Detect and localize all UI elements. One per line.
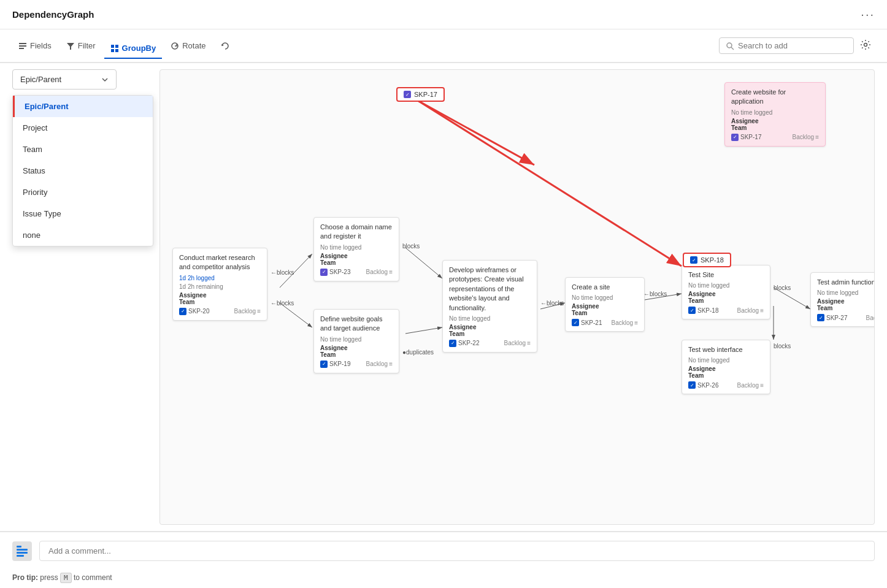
dropdown-item-team[interactable]: Team <box>13 139 153 160</box>
skp23-badge-icon: ✓ <box>320 269 328 276</box>
skp17-pink-team: Team <box>731 124 819 131</box>
svg-line-18 <box>405 248 442 278</box>
skp18-card[interactable]: Test Site No time logged Assignee Team ✓… <box>682 265 770 319</box>
graph-area: Epic/Parent Epic/Parent Project Team Sta… <box>0 63 887 532</box>
comment-input[interactable] <box>39 541 875 561</box>
skp18-time: No time logged <box>688 282 764 289</box>
skp21-assignee: Assignee <box>572 303 638 310</box>
dropdown-item-epic-parent[interactable]: Epic/Parent <box>13 96 153 117</box>
skp26-team: Team <box>688 372 764 379</box>
conn-label-blocks7: blocks <box>774 343 791 349</box>
skp22-assignee: Assignee <box>449 324 531 330</box>
pro-tip-label: Pro tip: <box>12 573 38 582</box>
dropdown-item-priority[interactable]: Priority <box>13 181 153 203</box>
skp21-footer: ✓ SKP-21 Backlog ≡ <box>572 319 638 326</box>
skp27-badge-icon: ✓ <box>817 314 824 321</box>
skp23-card[interactable]: Choose a domain name and register it No … <box>313 217 399 281</box>
conn-label-blocks3: blocks <box>402 243 420 250</box>
skp27-status: Backlog ≡ <box>866 315 875 321</box>
filter-button[interactable]: Filter <box>60 37 102 54</box>
graph-border: ✓ SKP-17 ✓ SKP-18 Conduct market researc… <box>159 69 875 525</box>
skp20-badge-icon: ✓ <box>179 308 186 315</box>
groupby-dropdown-menu: Epic/Parent Project Team Status Priority… <box>12 95 153 246</box>
groupby-select[interactable]: Epic/Parent <box>12 69 117 90</box>
rotate-icon <box>171 42 179 50</box>
search-box[interactable] <box>719 37 854 54</box>
skp19-team: Team <box>320 351 393 358</box>
skp27-card[interactable]: Test admin functionality No time logged … <box>810 272 875 327</box>
skp17-pink-badge-icon: ✓ <box>731 134 739 141</box>
skp17-pink-time: No time logged <box>731 109 819 116</box>
skp26-status: Backlog ≡ <box>737 382 764 389</box>
pro-tip-key: M <box>60 573 72 583</box>
chevron-down-icon <box>101 76 109 83</box>
fields-button[interactable]: Fields <box>12 37 58 54</box>
search-input[interactable] <box>738 41 836 50</box>
skp18-footer: ✓ SKP-18 Backlog ≡ <box>688 307 764 314</box>
svg-line-10 <box>731 47 734 50</box>
refresh-icon <box>221 42 229 50</box>
svg-rect-5 <box>115 45 118 48</box>
skp18-assignee: Assignee <box>688 291 764 297</box>
skp20-card[interactable]: Conduct market research and competitor a… <box>172 248 267 321</box>
skp20-status: Backlog ≡ <box>234 308 261 315</box>
svg-rect-2 <box>19 48 24 49</box>
dropdown-item-status[interactable]: Status <box>13 160 153 181</box>
conn-label-blocks1: ←blocks <box>271 269 294 276</box>
skp18-pill-card[interactable]: ✓ SKP-18 <box>683 253 731 267</box>
more-menu-button[interactable]: ··· <box>861 7 875 21</box>
skp21-card[interactable]: Create a site No time logged Assignee Te… <box>565 277 645 332</box>
skp18-pill-label: SKP-18 <box>701 256 724 264</box>
svg-rect-6 <box>111 49 114 52</box>
skp17-pink-badge: ✓ SKP-17 <box>731 134 761 141</box>
skp18-title: Test Site <box>688 270 764 280</box>
filter-icon <box>66 42 75 50</box>
skp21-time: No time logged <box>572 294 638 301</box>
skp19-card[interactable]: Define website goals and target audience… <box>313 309 399 373</box>
skp17-pill-card[interactable]: ✓ SKP-17 <box>396 87 445 102</box>
pro-tip-text2: to comment <box>74 573 112 582</box>
skp20-title: Conduct market research and competitor a… <box>179 253 261 272</box>
dropdown-item-none[interactable]: none <box>13 224 153 246</box>
skp22-badge: ✓ SKP-22 <box>449 340 479 347</box>
skp22-badge-icon: ✓ <box>449 340 456 347</box>
skp19-status: Backlog ≡ <box>366 361 393 367</box>
skp23-team: Team <box>320 259 393 266</box>
refresh-button[interactable] <box>215 38 236 54</box>
svg-rect-27 <box>17 555 24 557</box>
skp26-card[interactable]: Test web interface No time logged Assign… <box>682 340 770 394</box>
svg-line-19 <box>405 327 442 334</box>
pro-tip-text1: press <box>40 573 60 582</box>
skp17-pink-assignee: Assignee <box>731 118 819 124</box>
rotate-button[interactable]: Rotate <box>164 37 212 54</box>
skp19-assignee: Assignee <box>320 345 393 351</box>
skp17-pink-status: Backlog ≡ <box>793 134 819 140</box>
app-container: DependencyGraph ··· Fields Filter GroupB… <box>0 0 887 588</box>
dropdown-item-issue-type[interactable]: Issue Type <box>13 203 153 224</box>
svg-line-14 <box>418 101 534 165</box>
skp21-title: Create a site <box>572 283 638 292</box>
skp23-time: No time logged <box>320 244 393 251</box>
skp22-title: Develop wireframes or prototypes: Create… <box>449 265 531 313</box>
skp26-badge-icon: ✓ <box>688 381 696 389</box>
skp19-badge-icon: ✓ <box>320 361 328 368</box>
conn-label-blocks6: blocks <box>774 284 791 291</box>
pro-tip-area: Pro tip: press M to comment <box>0 570 887 588</box>
comment-area <box>0 532 887 570</box>
skp20-team-label: Team <box>179 299 261 305</box>
fields-icon <box>18 42 27 50</box>
user-avatar <box>12 541 32 561</box>
skp19-title: Define website goals and target audience <box>320 315 393 334</box>
skp27-team: Team <box>817 305 875 311</box>
groupby-button[interactable]: GroupBy <box>104 40 163 59</box>
skp17-pink-card[interactable]: Create website for application No time l… <box>724 82 826 147</box>
dropdown-item-project[interactable]: Project <box>13 117 153 139</box>
skp27-assignee: Assignee <box>817 298 875 305</box>
settings-button[interactable] <box>856 36 875 56</box>
skp19-badge: ✓ SKP-19 <box>320 361 350 368</box>
toolbar: Fields Filter GroupBy Rotate <box>0 29 887 63</box>
svg-rect-25 <box>17 549 28 551</box>
skp17-pill-label: SKP-17 <box>414 91 437 98</box>
svg-rect-4 <box>111 45 114 48</box>
skp22-card[interactable]: Develop wireframes or prototypes: Create… <box>442 260 537 353</box>
